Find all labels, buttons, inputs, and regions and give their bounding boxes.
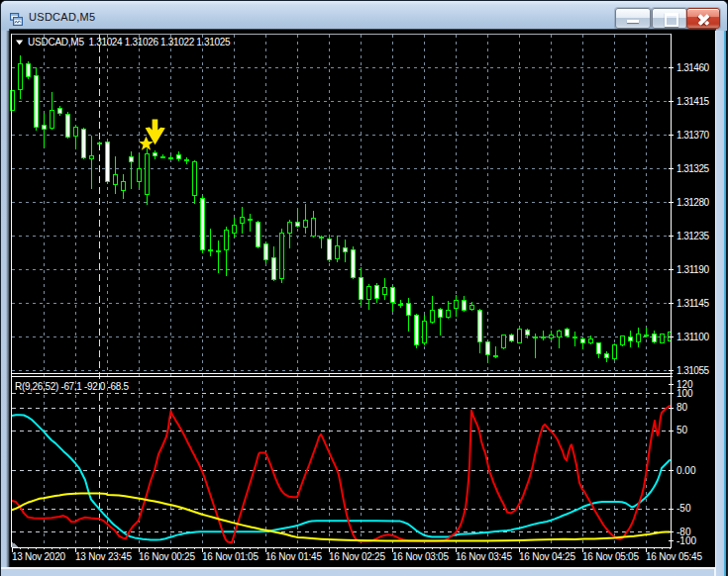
svg-text:16 Nov 01:05: 16 Nov 01:05	[202, 551, 259, 562]
svg-text:-100: -100	[676, 535, 696, 546]
svg-text:1.31370: 1.31370	[676, 130, 709, 141]
svg-text:0.00: 0.00	[676, 465, 696, 476]
svg-text:1.31024 1.31026 1.31022 1.3102: 1.31024 1.31026 1.31022 1.31025	[89, 37, 231, 48]
svg-text:13 Nov 2020: 13 Nov 2020	[12, 551, 65, 562]
svg-text:R(9,26,52) -67.1 -92.0 -68.5: R(9,26,52) -67.1 -92.0 -68.5	[15, 381, 129, 392]
svg-text:1.31280: 1.31280	[676, 197, 709, 208]
svg-text:1.31055: 1.31055	[676, 365, 709, 376]
svg-text:16 Nov 05:05: 16 Nov 05:05	[582, 551, 639, 562]
svg-text:-50: -50	[676, 503, 691, 514]
svg-text:80: 80	[676, 402, 688, 413]
svg-text:16 Nov 04:25: 16 Nov 04:25	[519, 551, 575, 562]
svg-text:1.31190: 1.31190	[676, 264, 709, 275]
svg-text:16 Nov 05:45: 16 Nov 05:45	[646, 551, 702, 562]
svg-text:50: 50	[676, 425, 688, 435]
svg-text:1.31100: 1.31100	[676, 332, 709, 342]
svg-text:100: 100	[676, 388, 693, 399]
svg-text:16 Nov 03:05: 16 Nov 03:05	[392, 551, 449, 562]
svg-text:1.31325: 1.31325	[676, 163, 709, 174]
svg-text:13 Nov 23:45: 13 Nov 23:45	[75, 551, 132, 562]
svg-text:1.31145: 1.31145	[676, 298, 709, 309]
svg-text:16 Nov 03:45: 16 Nov 03:45	[456, 551, 512, 562]
svg-text:1.31460: 1.31460	[676, 62, 709, 73]
svg-text:1.31235: 1.31235	[676, 231, 709, 241]
svg-text:16 Nov 00:25: 16 Nov 00:25	[139, 551, 195, 562]
svg-text:16 Nov 02:25: 16 Nov 02:25	[329, 551, 385, 562]
svg-text:1.31415: 1.31415	[676, 96, 709, 107]
svg-text:16 Nov 01:45: 16 Nov 01:45	[265, 551, 322, 562]
svg-text:USDCAD,M5: USDCAD,M5	[28, 37, 84, 48]
